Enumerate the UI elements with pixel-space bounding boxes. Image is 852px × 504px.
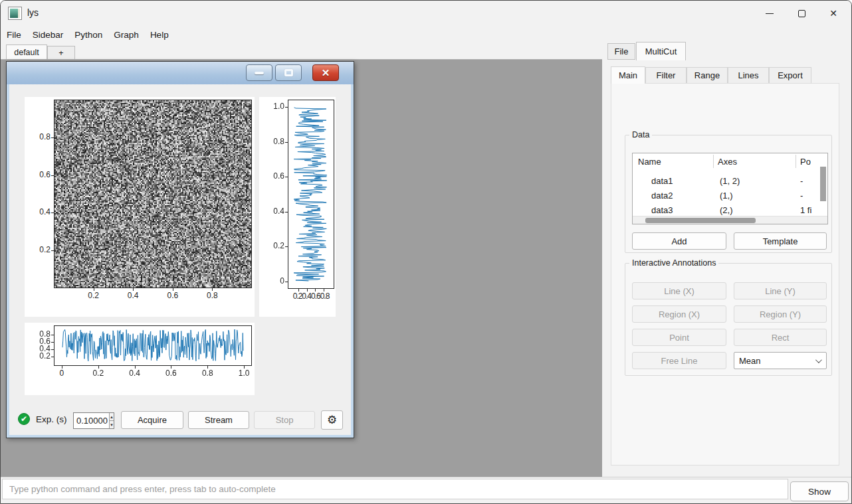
menu-file[interactable]: File <box>7 30 21 40</box>
line-x-button[interactable]: Line (X) <box>632 282 726 299</box>
tick-label: 0.6 <box>162 291 183 300</box>
tick-label: 0.2 <box>83 291 104 300</box>
free-line-button[interactable]: Free Line <box>632 352 726 369</box>
tab-default[interactable]: default <box>6 44 47 59</box>
command-bar: Show <box>1 477 852 504</box>
scrollbar-handle[interactable] <box>645 218 756 223</box>
region-x-button[interactable]: Region (X) <box>632 305 726 323</box>
template-button[interactable]: Template <box>734 232 827 250</box>
column-header-name[interactable]: Name <box>638 153 712 169</box>
tick-label: 0.6 <box>259 171 284 181</box>
window-title: lys <box>27 7 39 18</box>
minimize-icon <box>766 13 774 14</box>
add-button[interactable]: Add <box>632 232 726 250</box>
stream-button[interactable]: Stream <box>188 411 249 429</box>
tab-range[interactable]: Range <box>687 67 728 84</box>
tick-mark <box>324 289 324 292</box>
table-row[interactable]: data3(2,)1 fi <box>633 203 827 217</box>
tick-label: 0.2 <box>25 245 51 254</box>
mdi-area: ✕ 0.20.40.60.80.20.40.60.8 0.20.40.60.8 … <box>1 59 602 477</box>
cell-position: - <box>800 188 827 203</box>
column-header-axes[interactable]: Axes <box>718 153 796 169</box>
tab-main[interactable]: Main <box>611 66 645 84</box>
settings-button[interactable]: ⚙ <box>321 410 343 430</box>
tick-label: 0.8 <box>197 369 218 378</box>
subwindow-close-button[interactable]: ✕ <box>312 64 339 81</box>
tab-file[interactable]: File <box>607 43 635 60</box>
gear-icon: ⚙ <box>327 413 337 427</box>
chevron-down-icon <box>815 357 822 363</box>
tick-label: 0.8 <box>25 132 51 141</box>
close-button[interactable]: ✕ <box>818 1 849 26</box>
tick-mark <box>98 366 99 369</box>
minimize-button[interactable] <box>754 1 785 26</box>
menu-graph[interactable]: Graph <box>114 30 139 40</box>
close-icon: ✕ <box>829 9 837 18</box>
cell-axes: (2,) <box>720 203 793 217</box>
spin-down-button[interactable]: ▼ <box>110 421 114 428</box>
python-command-input[interactable] <box>2 479 788 499</box>
title-bar: lys ✕ <box>1 1 851 26</box>
acquire-button[interactable]: Acquire <box>121 411 183 429</box>
menu-python[interactable]: Python <box>74 30 102 40</box>
vertical-plot-canvas[interactable]: 0.20.40.60.8 00.20.40.60.81.0 <box>259 97 336 317</box>
subwindow-maximize-button[interactable] <box>275 64 302 81</box>
close-icon: ✕ <box>322 68 330 78</box>
cell-position: 1 fi <box>800 203 827 217</box>
tab-export[interactable]: Export <box>769 67 811 84</box>
cell-name: data1 <box>651 173 712 188</box>
header-separator <box>796 155 796 168</box>
tab-lines[interactable]: Lines <box>728 67 769 84</box>
tick-mark <box>212 288 213 291</box>
tick-label: 0 <box>51 369 72 378</box>
tick-label: 0.6 <box>160 369 181 378</box>
tab-multicut[interactable]: MultiCut <box>636 42 686 60</box>
column-header-po[interactable]: Po <box>800 153 827 169</box>
tick-label: 0.4 <box>122 291 144 300</box>
line-y-button[interactable]: Line (Y) <box>734 282 827 299</box>
table-row[interactable]: data2(1,)- <box>633 188 827 203</box>
exposure-spinbox[interactable]: 0.10000 ▲ ▼ <box>73 412 114 429</box>
maximize-button[interactable] <box>786 1 817 26</box>
cell-name: data3 <box>651 203 712 217</box>
tick-label: 0.4 <box>259 207 284 216</box>
multicut-main-pane: Data NameAxesPodata1(1, 2)-data2(1,)-dat… <box>611 83 839 465</box>
tick-mark <box>51 250 54 251</box>
tick-mark <box>51 137 54 138</box>
data-table[interactable]: NameAxesPodata1(1, 2)-data2(1,)-data3(2,… <box>632 153 828 224</box>
status-ok-icon: ✔ <box>18 413 30 425</box>
data-group-title: Data <box>629 130 652 139</box>
cell-name: data2 <box>651 188 712 203</box>
acquisition-window-titlebar[interactable]: ✕ <box>7 62 354 84</box>
tick-label: 0.4 <box>25 207 51 216</box>
point-button[interactable]: Point <box>632 329 726 346</box>
tab-filter[interactable]: Filter <box>645 67 687 84</box>
horizontal-plot-canvas[interactable]: 00.20.40.60.81.00.20.40.60.8 <box>25 323 255 395</box>
region-y-button[interactable]: Region (Y) <box>734 305 827 323</box>
subwindow-minimize-button[interactable] <box>246 64 272 81</box>
tick-mark <box>285 107 288 108</box>
mean-combo[interactable]: Mean <box>734 352 827 369</box>
rect-button[interactable]: Rect <box>734 329 827 346</box>
stop-button[interactable]: Stop <box>254 411 315 429</box>
show-button[interactable]: Show <box>790 481 849 501</box>
tick-label: 1.0 <box>259 102 284 111</box>
tick-mark <box>173 288 173 291</box>
tick-mark <box>94 288 94 291</box>
horizontal-scrollbar[interactable] <box>633 216 827 224</box>
image-plot-canvas[interactable]: 0.20.40.60.80.20.40.60.8 <box>25 97 255 317</box>
menu-help[interactable]: Help <box>150 30 169 40</box>
cell-position: - <box>800 173 827 188</box>
tick-label: 1.0 <box>233 369 255 378</box>
table-row[interactable]: data1(1, 2)- <box>633 173 827 188</box>
tick-mark <box>51 212 54 213</box>
mean-combo-value: Mean <box>739 356 761 366</box>
acquisition-window: ✕ 0.20.40.60.80.20.40.60.8 0.20.40.60.8 … <box>6 61 354 438</box>
app-icon <box>8 7 22 20</box>
exposure-value: 0.10000 <box>74 413 109 428</box>
tick-mark <box>285 282 288 282</box>
menu-sidebar[interactable]: Sidebar <box>33 30 64 40</box>
spin-up-button[interactable]: ▲ <box>110 413 114 421</box>
add-workspace-tab-button[interactable]: + <box>47 46 75 59</box>
tick-mark <box>285 177 288 177</box>
